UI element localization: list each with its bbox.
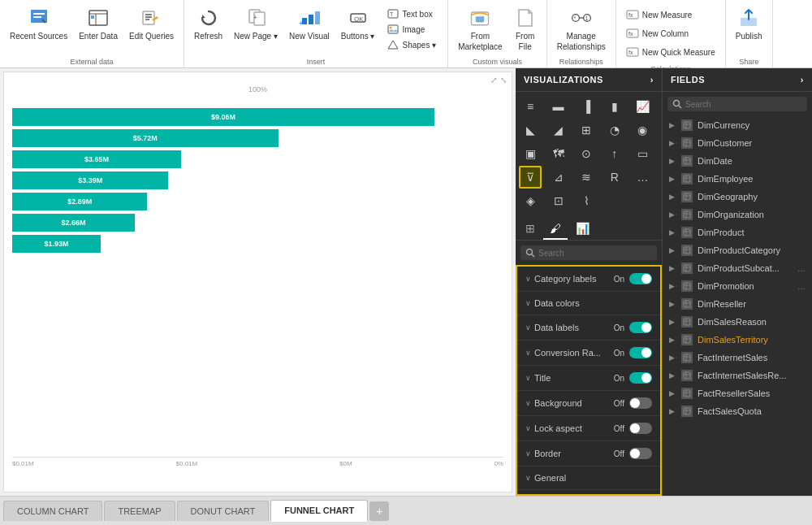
field-item-dim-customer[interactable]: ▶DimCustomer bbox=[663, 134, 812, 152]
format-item-lock-aspect[interactable]: ∨Lock aspectOff bbox=[517, 416, 660, 441]
viz-icon-4[interactable]: 📈 bbox=[631, 95, 654, 118]
viz-icon-7[interactable]: ⊞ bbox=[575, 119, 598, 141]
chart-bar[interactable]: $1.93M bbox=[12, 235, 101, 253]
fields-tab[interactable]: ⊞ bbox=[519, 219, 542, 240]
field-item-dim-reseller[interactable]: ▶DimReseller bbox=[663, 295, 812, 313]
fields-search-input[interactable] bbox=[685, 100, 802, 109]
buttons-button[interactable]: OK Buttons ▾ bbox=[336, 3, 380, 45]
field-item-dim-sales-reason[interactable]: ▶DimSalesReason bbox=[663, 313, 812, 331]
format-panel: ∨Category labelsOn∨Data colors∨Data labe… bbox=[516, 265, 662, 496]
toggle-conversion-rate[interactable] bbox=[629, 347, 652, 358]
add-tab-button[interactable]: + bbox=[369, 501, 389, 521]
new-measure-button[interactable]: fx New Measure bbox=[621, 7, 698, 23]
edit-queries-button[interactable]: Edit Queries bbox=[124, 3, 179, 45]
publish-button[interactable]: Publish bbox=[731, 3, 767, 45]
tab-treemap[interactable]: TREEMAP bbox=[104, 501, 175, 521]
viz-icon-17[interactable]: ≋ bbox=[575, 166, 598, 189]
toggle-background[interactable] bbox=[629, 397, 652, 409]
field-item-dim-product[interactable]: ▶DimProduct bbox=[663, 223, 812, 241]
recent-sources-button[interactable]: Recent Sources bbox=[5, 3, 72, 45]
from-marketplace-button[interactable]: 🛒 FromMarketplace bbox=[453, 3, 507, 55]
chart-bar[interactable]: $3.65M bbox=[12, 150, 181, 168]
viz-icon-11[interactable]: 🗺 bbox=[547, 142, 570, 165]
toggle-data-labels[interactable] bbox=[629, 322, 652, 333]
viz-icon-18[interactable]: R bbox=[603, 166, 626, 189]
field-expand-icon: ▶ bbox=[669, 175, 675, 183]
tab-column-chart[interactable]: COLUMN CHART bbox=[3, 501, 102, 521]
viz-icon-19[interactable]: … bbox=[631, 166, 654, 189]
format-item-general[interactable]: ∨General bbox=[517, 466, 660, 490]
format-item-data-colors[interactable]: ∨Data colors bbox=[517, 292, 660, 315]
viz-icon-1[interactable]: ▬ bbox=[547, 95, 570, 118]
viz-icon-10[interactable]: ▣ bbox=[519, 142, 542, 165]
viz-panel-expand[interactable]: › bbox=[650, 75, 654, 85]
field-label: FactInternetSalesRe... bbox=[698, 371, 786, 380]
field-item-fact-internet-sales-re[interactable]: ▶FactInternetSalesRe... bbox=[663, 367, 812, 384]
field-table-icon bbox=[681, 173, 693, 184]
tab-donut-chart[interactable]: DONUT CHART bbox=[177, 501, 270, 521]
enter-data-button[interactable]: Enter Data bbox=[74, 3, 123, 45]
field-item-dim-product-category[interactable]: ▶DimProductCategory bbox=[663, 241, 812, 259]
field-item-dim-promotion[interactable]: ▶DimPromotion… bbox=[663, 277, 812, 295]
toggle-category-labels[interactable] bbox=[629, 273, 652, 284]
tab-funnel-chart[interactable]: FUNNEL CHART bbox=[270, 500, 368, 522]
field-item-dim-sales-territory[interactable]: ▶DimSalesTerritory bbox=[663, 331, 812, 349]
format-item-conversion-rate[interactable]: ∨Conversion Ra...On bbox=[517, 341, 660, 366]
from-file-button[interactable]: FromFile bbox=[509, 3, 542, 55]
viz-icon-3[interactable]: ▮ bbox=[603, 95, 626, 118]
viz-icon-8[interactable]: ◔ bbox=[603, 119, 626, 141]
manage-relationships-button[interactable]: * 1 ManageRelationships bbox=[552, 3, 611, 55]
field-item-dim-currency[interactable]: ▶DimCurrency bbox=[663, 116, 812, 134]
field-item-fact-internet-sales[interactable]: ▶FactInternetSales bbox=[663, 349, 812, 367]
viz-icon-14[interactable]: ▭ bbox=[631, 142, 654, 165]
field-more-icon[interactable]: … bbox=[797, 282, 806, 291]
field-item-fact-reseller-sales[interactable]: ▶FactResellerSales bbox=[663, 384, 812, 402]
textbox-button[interactable]: T Text box bbox=[382, 7, 441, 21]
format-item-category-labels[interactable]: ∨Category labelsOn bbox=[517, 267, 660, 292]
field-item-dim-organization[interactable]: ▶DimOrganization bbox=[663, 206, 812, 223]
field-item-dim-employee[interactable]: ▶DimEmployee bbox=[663, 170, 812, 188]
chart-bar[interactable]: $2.66M bbox=[12, 214, 135, 232]
image-button[interactable]: Image bbox=[382, 22, 441, 37]
field-item-dim-date[interactable]: ▶DimDate bbox=[663, 152, 812, 170]
format-item-background[interactable]: ∨BackgroundOff bbox=[517, 391, 660, 416]
toggle-border[interactable] bbox=[629, 448, 652, 459]
analytics-tab[interactable]: 📊 bbox=[569, 219, 596, 240]
format-item-data-labels[interactable]: ∨Data labelsOn bbox=[517, 315, 660, 341]
chart-bar[interactable]: $2.89M bbox=[12, 193, 147, 210]
format-tab[interactable]: 🖌 bbox=[543, 219, 568, 240]
field-item-dim-product-subcat[interactable]: ▶DimProductSubcat...… bbox=[663, 259, 812, 277]
toggle-title[interactable] bbox=[629, 372, 652, 384]
viz-search-input[interactable] bbox=[538, 249, 652, 258]
viz-icon-9[interactable]: ◉ bbox=[631, 119, 654, 141]
viz-icon-0[interactable]: ≡ bbox=[519, 95, 542, 118]
chart-bar[interactable]: $5.72M bbox=[12, 129, 279, 147]
shapes-button[interactable]: Shapes ▾ bbox=[382, 37, 441, 52]
field-item-fact-sales-quota[interactable]: ▶FactSalesQuota bbox=[663, 402, 812, 420]
field-more-icon[interactable]: … bbox=[797, 264, 806, 273]
viz-icon-22[interactable]: ⌇ bbox=[575, 189, 598, 212]
format-item-title[interactable]: ∨TitleOn bbox=[517, 366, 660, 391]
new-quick-measure-button[interactable]: fx New Quick Measure bbox=[621, 44, 720, 60]
field-expand-icon: ▶ bbox=[669, 300, 675, 308]
toggle-lock-aspect[interactable] bbox=[629, 423, 652, 434]
field-label: FactResellerSales bbox=[698, 388, 770, 398]
viz-icon-12[interactable]: ⊙ bbox=[575, 142, 598, 165]
viz-icon-20[interactable]: ◈ bbox=[519, 189, 542, 212]
field-item-dim-geography[interactable]: ▶DimGeography bbox=[663, 188, 812, 206]
viz-icon-5[interactable]: ◣ bbox=[519, 119, 542, 141]
viz-icon-13[interactable]: ↑ bbox=[603, 142, 626, 165]
refresh-button[interactable]: Refresh bbox=[189, 3, 227, 45]
format-item-border[interactable]: ∨BorderOff bbox=[517, 441, 660, 466]
new-column-button[interactable]: fx New Column bbox=[621, 25, 693, 41]
viz-icon-6[interactable]: ◢ bbox=[547, 119, 570, 141]
viz-icon-2[interactable]: ▐ bbox=[575, 95, 598, 118]
new-visual-button[interactable]: + New Visual bbox=[284, 3, 335, 45]
fields-panel-expand[interactable]: › bbox=[801, 75, 804, 85]
viz-icon-15[interactable]: ⊽ bbox=[519, 166, 542, 189]
chart-bar[interactable]: $3.39M bbox=[12, 171, 168, 189]
chart-bar[interactable]: $9.06M bbox=[12, 108, 434, 126]
viz-icon-16[interactable]: ⊿ bbox=[547, 166, 570, 189]
viz-icon-21[interactable]: ⊡ bbox=[547, 189, 570, 212]
new-page-button[interactable]: + New Page ▾ bbox=[229, 3, 283, 45]
